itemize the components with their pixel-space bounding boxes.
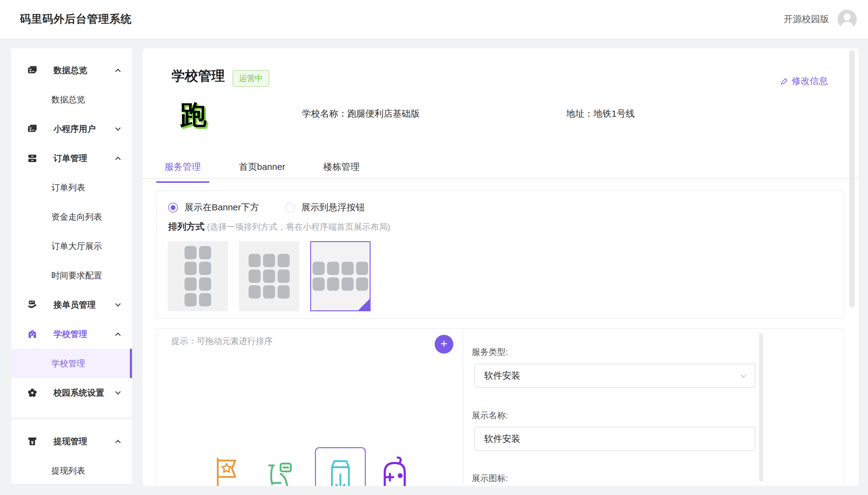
sidebar-item-data-overview-child[interactable]: 数据总览 — [11, 85, 132, 114]
deliverer-management-icon — [27, 300, 37, 310]
sidebar: 数据总览 数据总览 小程序用户 订单管理 — [11, 48, 132, 417]
chevron-down-icon — [115, 301, 121, 306]
service-type-label: 服务类型: — [472, 346, 508, 358]
sidebar-item-funds-flow-list[interactable]: 资金走向列表 — [11, 202, 132, 232]
radio-show-below-banner[interactable]: 展示在Banner下方 — [168, 201, 259, 214]
chevron-down-icon — [115, 125, 121, 131]
sidebar-secondary: 提现管理 提现列表 — [11, 420, 132, 483]
data-overview-icon — [27, 65, 37, 75]
chevron-up-icon — [115, 69, 121, 74]
panel-divider — [463, 329, 463, 486]
chevron-up-icon — [115, 156, 121, 162]
sidebar-item-withdraw-management[interactable]: 提现管理 — [11, 427, 132, 456]
sidebar-item-data-overview[interactable]: 数据总览 — [11, 56, 132, 85]
school-address: 地址：地铁1号线 — [566, 107, 635, 120]
layout-option-3x3[interactable] — [239, 241, 299, 311]
service-type-select[interactable]: 软件安装 — [475, 363, 755, 388]
sidebar-item-order-hall-display[interactable]: 订单大厅展示 — [11, 232, 132, 261]
delivery-scooter-icon[interactable] — [265, 455, 295, 486]
sidebar-item-campus-system-settings[interactable]: 校园系统设置 — [11, 378, 132, 407]
display-position-options: 展示在Banner下方 展示到悬浮按钮 — [168, 201, 365, 214]
pencil-icon — [780, 77, 789, 86]
radio-icon — [168, 203, 178, 212]
game-controller-icon[interactable] — [379, 455, 410, 486]
radio-icon — [285, 203, 295, 212]
chevron-down-icon — [741, 372, 747, 378]
sidebar-item-order-list[interactable]: 订单列表 — [11, 173, 132, 202]
layout-grid-preview — [184, 246, 211, 306]
main-content: 修改信息 学校管理 运营中 跑 学校名称：跑腿便利店基础版 地址：地铁1号线 服… — [143, 48, 858, 486]
layout-grid-preview — [249, 254, 290, 298]
chevron-up-icon — [115, 332, 121, 338]
form-panel-scrollbar[interactable] — [759, 333, 763, 482]
edit-info-link[interactable]: 修改信息 — [780, 75, 828, 87]
tab-building-management[interactable]: 楼栋管理 — [315, 161, 368, 183]
school-name: 学校名称：跑腿便利店基础版 — [302, 107, 420, 120]
status-badge: 运营中 — [233, 70, 269, 87]
package-download-icon[interactable] — [325, 455, 355, 486]
tab-home-banner[interactable]: 首页banner — [230, 161, 294, 183]
drag-hint: 提示：可拖动元素进行排序 — [171, 336, 273, 347]
sidebar-item-time-requirement-config[interactable]: 时间要求配置 — [11, 261, 132, 290]
app-title: 码里码外后台管理系统 — [20, 12, 132, 27]
service-display-section: 展示在Banner下方 展示到悬浮按钮 排列方式 (选择一项排列方式，将在小程序… — [156, 190, 844, 319]
arrangement-options — [167, 241, 371, 311]
sidebar-item-withdraw-list[interactable]: 提现列表 — [11, 456, 132, 483]
layout-option-4x2[interactable] — [310, 241, 371, 311]
display-icon-label: 展示图标: — [472, 473, 508, 484]
arrangement-title: 排列方式 (选择一项排列方式，将在小程序端首页展示布局) — [168, 221, 390, 233]
version-label: 开源校园版 — [784, 13, 829, 25]
flag-star-icon[interactable] — [211, 455, 241, 486]
campus-settings-icon — [27, 388, 37, 398]
withdraw-management-icon — [27, 437, 37, 447]
school-logo: 跑 — [178, 99, 209, 131]
mini-program-users-icon — [27, 124, 37, 134]
service-edit-section: 提示：可拖动元素进行排序 + — [156, 328, 844, 486]
sidebar-item-school-management[interactable]: 学校管理 — [11, 349, 132, 378]
tab-divider — [143, 178, 858, 179]
order-management-icon — [27, 153, 37, 164]
layout-option-2x4[interactable] — [167, 241, 228, 311]
school-management-icon — [27, 329, 37, 339]
sidebar-item-school-management-group[interactable]: 学校管理 — [11, 320, 132, 349]
tab-service-management[interactable]: 服务管理 — [156, 161, 209, 183]
radio-show-floating-button[interactable]: 展示到悬浮按钮 — [285, 201, 365, 214]
sidebar-item-mini-program-users[interactable]: 小程序用户 — [11, 114, 132, 143]
top-header: 码里码外后台管理系统 开源校园版 — [0, 0, 868, 39]
display-name-label: 展示名称: — [472, 410, 508, 421]
add-service-button[interactable]: + — [435, 335, 453, 354]
layout-grid-preview — [313, 262, 368, 291]
display-name-input[interactable] — [475, 427, 755, 451]
main-scrollbar[interactable] — [849, 50, 855, 308]
chevron-down-icon — [115, 389, 121, 394]
sidebar-item-order-management[interactable]: 订单管理 — [11, 143, 132, 173]
chevron-up-icon — [115, 440, 121, 445]
tab-bar: 服务管理 首页banner 楼栋管理 — [156, 161, 368, 183]
sidebar-item-deliverer-management[interactable]: 接单员管理 — [11, 290, 132, 320]
user-avatar-icon[interactable] — [837, 10, 857, 29]
page-title: 学校管理 — [172, 67, 225, 85]
